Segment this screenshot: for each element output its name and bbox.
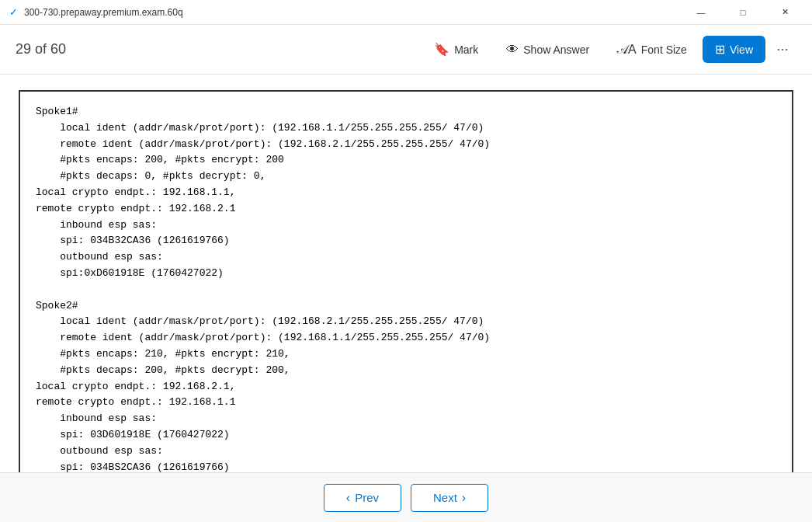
next-button[interactable]: Next › [411, 484, 488, 512]
eye-icon: 👁 [506, 43, 519, 57]
toolbar-actions: 🔖 Mark 👁 Show Answer 𝒜A Font Size ⊞ View… [422, 36, 796, 64]
bottom-nav: ‹ Prev Next › [0, 472, 812, 522]
close-button[interactable]: ✕ [767, 0, 803, 25]
bookmark-icon: 🔖 [434, 42, 449, 57]
view-button[interactable]: ⊞ View [703, 36, 765, 63]
show-answer-button[interactable]: 👁 Show Answer [494, 37, 602, 63]
mark-label: Mark [454, 44, 478, 56]
title-bar: ✓ 300-730.prepaway.premium.exam.60q — □ … [0, 0, 812, 25]
toolbar: 29 of 60 🔖 Mark 👁 Show Answer 𝒜A Font Si… [0, 25, 812, 75]
main-content: Spoke1# local ident (addr/mask/prot/port… [0, 75, 812, 472]
prev-button[interactable]: ‹ Prev [324, 484, 401, 512]
next-label: Next [433, 491, 457, 504]
title-bar-left: ✓ 300-730.prepaway.premium.exam.60q [9, 6, 183, 18]
check-icon: ✓ [9, 6, 18, 18]
font-icon: 𝒜A [617, 43, 637, 57]
exhibit-box: Spoke1# local ident (addr/mask/prot/port… [19, 90, 793, 472]
show-answer-label: Show Answer [523, 44, 589, 56]
font-size-button[interactable]: 𝒜A Font Size [605, 37, 699, 63]
question-counter: 29 of 60 [16, 41, 66, 57]
mark-button[interactable]: 🔖 Mark [422, 36, 491, 63]
window-title: 300-730.prepaway.premium.exam.60q [24, 7, 183, 18]
view-icon: ⊞ [715, 42, 725, 57]
more-options-button[interactable]: ··· [769, 36, 796, 64]
left-arrow-icon: ‹ [346, 491, 350, 505]
window-controls: — □ ✕ [683, 0, 803, 25]
font-size-label: Font Size [641, 44, 687, 56]
prev-label: Prev [355, 491, 379, 504]
view-label: View [730, 44, 753, 56]
right-arrow-icon: › [462, 491, 466, 505]
maximize-button[interactable]: □ [725, 0, 761, 25]
minimize-button[interactable]: — [683, 0, 719, 25]
